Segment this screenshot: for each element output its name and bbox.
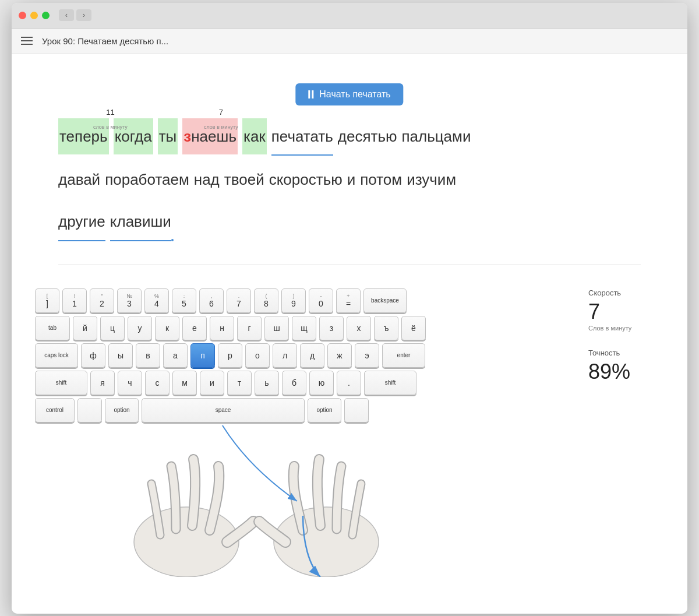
key-2[interactable]: "2: [90, 288, 114, 313]
key-3[interactable]: №3: [117, 288, 142, 313]
content-area: Начать печатать 11 слов в минуту 7 слов …: [12, 54, 687, 614]
key-row-qwerty: tab й ц у к е н г ш щ з х ъ ё: [35, 316, 478, 340]
key-7[interactable]: .7: [227, 288, 251, 313]
forward-button[interactable]: ›: [76, 9, 91, 21]
key-ч[interactable]: ч: [118, 371, 142, 395]
key-equals[interactable]: +=: [336, 288, 361, 313]
key-м[interactable]: м: [172, 371, 197, 395]
word-ты: ты: [158, 118, 178, 154]
word-как: как: [242, 118, 267, 154]
key-space[interactable]: space: [142, 398, 305, 423]
key-bracket[interactable]: []: [35, 288, 59, 313]
speed-label: Скорость: [588, 288, 664, 297]
key-а[interactable]: а: [163, 343, 188, 368]
key-0[interactable]: -0: [309, 288, 333, 313]
app-window: ‹ › Урок 90: Печатаем десятью п... Начат…: [12, 3, 687, 614]
key-ю[interactable]: ю: [309, 371, 334, 395]
key-8[interactable]: (8: [254, 288, 278, 313]
key-ы[interactable]: ы: [108, 343, 133, 368]
key-р[interactable]: р: [218, 343, 242, 368]
hamburger-menu-icon[interactable]: [21, 37, 33, 45]
key-з[interactable]: з: [319, 316, 344, 340]
fullscreen-button[interactable]: [42, 12, 50, 19]
key-row-home: caps lock ф ы в а п р о л д ж э enter: [35, 343, 478, 368]
back-button[interactable]: ‹: [59, 9, 74, 21]
key-caps-lock[interactable]: caps lock: [35, 343, 78, 368]
text-line-1: 11 слов в минуту 7 слов в минуту теперь …: [58, 118, 641, 156]
key-control[interactable]: control: [35, 398, 75, 423]
key-д[interactable]: д: [300, 343, 324, 368]
stats-panel: Скорость 7 Слов в минуту Точность 89%: [588, 283, 664, 400]
key-shift-left[interactable]: shift: [35, 371, 87, 395]
word-давай: давай: [58, 161, 100, 198]
key-т[interactable]: т: [227, 371, 252, 395]
accuracy-label: Точность: [588, 349, 664, 357]
page-title: Урок 90: Печатаем десятью п...: [42, 36, 168, 46]
key-ь[interactable]: ь: [255, 371, 279, 395]
key-ж[interactable]: ж: [327, 343, 352, 368]
key-й[interactable]: й: [73, 316, 97, 340]
text-line-3: другие клавиши: [58, 203, 641, 241]
key-row-shift: shift я ч с м и т ь б ю . shift: [35, 371, 478, 395]
key-row-bottom: control option space option: [35, 398, 478, 423]
text-line-2: давай поработаем над твоей скоростью и п…: [58, 161, 641, 198]
close-button[interactable]: [19, 12, 26, 19]
key-ф[interactable]: ф: [81, 343, 105, 368]
key-г[interactable]: г: [237, 316, 262, 340]
key-п[interactable]: п: [190, 343, 215, 368]
key-shift-right[interactable]: shift: [364, 371, 416, 395]
key-tab[interactable]: tab: [35, 316, 70, 340]
minimize-button[interactable]: [30, 12, 38, 19]
nav-buttons: ‹ ›: [59, 9, 91, 21]
key-я[interactable]: я: [90, 371, 115, 395]
key-и[interactable]: и: [200, 371, 224, 395]
key-9[interactable]: )9: [281, 288, 306, 313]
word-потом: потом: [360, 161, 402, 198]
word-твоей: твоей: [224, 161, 264, 198]
word-пальцами: пальцами: [401, 118, 471, 154]
speed-indicator-1: 11 слов в минуту: [93, 103, 128, 134]
word-и: и: [347, 161, 356, 198]
titlebar: ‹ ›: [12, 3, 687, 29]
key-ц[interactable]: ц: [100, 316, 125, 340]
key-о[interactable]: о: [245, 343, 270, 368]
key-ъ[interactable]: ъ: [374, 316, 398, 340]
key-backspace[interactable]: backspace: [363, 288, 407, 313]
hands-svg: [35, 425, 478, 577]
key-х[interactable]: х: [347, 316, 371, 340]
key-к[interactable]: к: [155, 316, 179, 340]
key-period[interactable]: .: [337, 371, 361, 395]
text-display: 11 слов в минуту 7 слов в минуту теперь …: [58, 118, 641, 241]
key-б[interactable]: б: [282, 371, 306, 395]
key-е[interactable]: е: [182, 316, 207, 340]
key-у[interactable]: у: [128, 316, 152, 340]
key-enter[interactable]: enter: [382, 343, 425, 368]
key-option-right[interactable]: option: [308, 398, 341, 423]
hands-illustration: [35, 425, 478, 577]
pause-button[interactable]: Начать печатать: [295, 83, 403, 105]
key-щ[interactable]: щ: [292, 316, 316, 340]
speed-stat: Скорость 7 Слов в минуту: [588, 288, 664, 332]
typing-area: Начать печатать 11 слов в минуту 7 слов …: [12, 72, 687, 259]
pause-button-label: Начать печатать: [319, 89, 390, 100]
key-option-left[interactable]: option: [105, 398, 139, 423]
word-другие: другие: [58, 203, 105, 241]
speed-unit: Слов в минуту: [588, 324, 664, 332]
keyboard-wrapper: [] !1 "2 №3 %4 :5 ,6 .7 (8 )9 -0 += back…: [29, 283, 483, 583]
key-ё[interactable]: ё: [401, 316, 426, 340]
key-н[interactable]: н: [210, 316, 234, 340]
key-4[interactable]: %4: [144, 288, 169, 313]
key-в[interactable]: в: [136, 343, 160, 368]
key-1[interactable]: !1: [62, 288, 87, 313]
key-ш[interactable]: ш: [264, 316, 289, 340]
key-л[interactable]: л: [273, 343, 297, 368]
key-с[interactable]: с: [145, 371, 170, 395]
key-fn[interactable]: [77, 398, 102, 423]
keyboard: [] !1 "2 №3 %4 :5 ,6 .7 (8 )9 -0 += back…: [29, 283, 483, 583]
accuracy-value: 89%: [588, 360, 664, 384]
key-5[interactable]: :5: [172, 288, 196, 313]
key-cmd[interactable]: [344, 398, 369, 423]
key-э[interactable]: э: [355, 343, 379, 368]
key-6[interactable]: ,6: [199, 288, 224, 313]
key-row-numbers: [] !1 "2 №3 %4 :5 ,6 .7 (8 )9 -0 += back…: [35, 288, 478, 313]
